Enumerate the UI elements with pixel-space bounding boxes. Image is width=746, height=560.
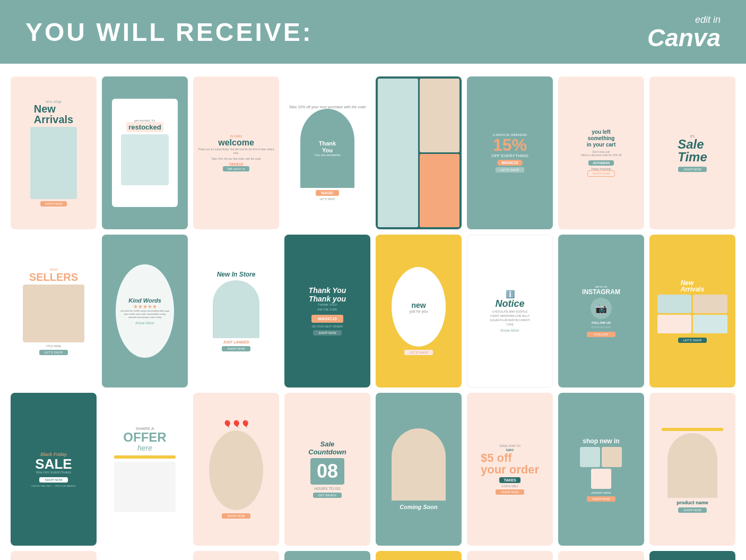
- card-cta[interactable]: Know More: [500, 329, 519, 332]
- card-thankyou-2[interactable]: Thank YouThank you THANK YOU! USE THE CO…: [284, 235, 370, 387]
- card-title: Kind Words: [128, 297, 161, 304]
- card-arch: ThankYou You are wonderful: [300, 109, 354, 188]
- grid-img-4: [693, 315, 727, 333]
- card-faq[interactable]: FAQ frequently asked questions SHOP NOW: [649, 551, 735, 560]
- card-tag: get excited, it's: [134, 119, 155, 122]
- card-arch: [392, 428, 446, 501]
- card-stars: ★★★★★: [133, 304, 157, 309]
- card-button[interactable]: SHOP NOW: [222, 513, 250, 519]
- card-handle: @yourusername: [591, 325, 611, 329]
- card-cta[interactable]: Know More: [135, 321, 154, 325]
- card-kind-words[interactable]: Kind Words ★★★★★ chocolate bar souffle c…: [102, 235, 188, 387]
- card-new-arrivals-2[interactable]: NewArrivals LET'S SHOP: [649, 235, 735, 387]
- card-button[interactable]: GET READY: [313, 493, 342, 498]
- card-image: [30, 127, 77, 199]
- card-button[interactable]: SHOP NOW: [39, 477, 67, 483]
- card-coming-soon[interactable]: Coming Soon: [376, 393, 462, 546]
- card-title: INSTAGRAM: [582, 288, 620, 296]
- card-code: TAKES: [499, 477, 520, 483]
- card-take-off[interactable]: SAVE FOR TO take $5 offyour order TAKES …: [467, 393, 553, 546]
- card-best-sellers[interactable]: best SELLERS TITLE HERE LET'S SHOP: [11, 235, 97, 387]
- header-title: YOU WILL RECEIVE:: [25, 18, 313, 47]
- card-title: New In Store: [217, 271, 256, 278]
- card-title: SELLERS: [29, 272, 78, 282]
- card-tape: [662, 428, 724, 431]
- card-body: Thank you for subscribing! You will now …: [197, 148, 275, 155]
- card-subtitle: You are wonderful: [315, 153, 340, 157]
- card-inner: get excited, it's restocked: [112, 99, 178, 207]
- card-no-one[interactable]: quote of the week NO ONE ISYOU ANDTHAT I…: [11, 551, 97, 560]
- card-button[interactable]: LET'S SHOP: [678, 338, 707, 343]
- card-title: Thank YouThank you: [309, 287, 346, 303]
- card-button[interactable]: SHOP NOW: [222, 346, 250, 351]
- card-button[interactable]: SHOP NOW: [40, 201, 66, 206]
- card-title: Notice: [495, 298, 524, 309]
- card-image: [667, 433, 718, 498]
- canva-logo: edit in Canva: [647, 14, 721, 50]
- collage-grid: [378, 79, 459, 227]
- card-black-friday[interactable]: Black Friday SALE 50% OFF EVERYTHING SHO…: [11, 393, 97, 546]
- card-new-arrivals[interactable]: let's shop NewArrivals SHOP NOW: [11, 76, 97, 229]
- card-button[interactable]: SHOP NOW: [496, 489, 524, 495]
- card-new-collection[interactable]: newcollectionCollection Name SHOP NOW: [558, 551, 644, 560]
- card-amount: $5 offyour order: [481, 452, 539, 476]
- card-instagram[interactable]: we're on INSTAGRAM 📷 FOLLOW US @youruser…: [558, 235, 644, 387]
- card-thankyou[interactable]: Take 10% off your next purchase with the…: [284, 76, 370, 229]
- card-button[interactable]: SHOP NOW: [313, 330, 341, 335]
- card-body: CHOCOLATE BAR SOUFFLECANDY MARSHMALLOW J…: [490, 309, 530, 326]
- card-new-just-for-you[interactable]: new just for you LET'S SHOP: [376, 235, 462, 387]
- card-hours: HOURS TO GO: [314, 487, 341, 490]
- notice-icon: ℹ️: [506, 290, 515, 298]
- card-body: Don't miss out!Here's a discount code fo…: [581, 150, 621, 157]
- card-percent[interactable]: A MAGICAL WEEKEND 15% OFF EVERYTHING MAG…: [467, 76, 553, 229]
- card-button[interactable]: SHOP NOW: [678, 167, 706, 172]
- card-restocked[interactable]: get excited, it's restocked: [102, 76, 188, 229]
- card-title-here-yellow[interactable]: titlehere Croissant gingerbread biscuit …: [376, 551, 462, 560]
- card-image: [392, 428, 446, 501]
- card-body: [114, 462, 176, 512]
- card-share-offer[interactable]: SHARE A OFFER here: [102, 393, 188, 546]
- card-button[interactable]: LET'S SHOP: [496, 167, 525, 173]
- template-grid: let's shop NewArrivals SHOP NOW get exci…: [0, 64, 746, 560]
- card-floral-love[interactable]: love: [193, 551, 279, 560]
- card-code: JOTHEB4N: [588, 160, 614, 166]
- card-landed: JUST LANDED: [223, 340, 249, 344]
- card-code: MAGIC: [316, 190, 339, 196]
- card-thank-you-support[interactable]: ♥ thank youfor your support: [102, 551, 188, 560]
- card-collage[interactable]: [376, 76, 462, 229]
- collage-cell-3: [420, 154, 460, 228]
- card-title: SALE: [35, 457, 72, 471]
- card-title: NewArrivals: [34, 104, 74, 125]
- card-title: SaleTime: [678, 138, 707, 163]
- card-percent-num: 15%: [493, 136, 527, 153]
- card-cart[interactable]: you leftsomethingin your cart Don't miss…: [558, 76, 644, 229]
- card-button[interactable]: FOLLOW: [587, 332, 615, 337]
- card-code: TAKE15: [229, 162, 243, 166]
- card-body: USE THE CODE:: [317, 308, 338, 311]
- card-button[interactable]: LET'S SHOP: [39, 350, 68, 355]
- card-title-here-teal[interactable]: title here Scour oat cake lemon gums bea…: [284, 551, 370, 560]
- collage-cell-1: [378, 79, 418, 227]
- card-new: new: [411, 301, 426, 309]
- card-shop-new[interactable]: shop new in product name SHOP NOW: [558, 393, 644, 546]
- card-sale-time[interactable]: it's SaleTime SHOP NOW: [649, 76, 735, 229]
- card-button[interactable]: SHOP NOW: [587, 496, 615, 502]
- card-button[interactable]: LET'S SHOP: [404, 350, 433, 355]
- card-new-in-store[interactable]: New In Store JUST LANDED SHOP NOW: [193, 235, 279, 387]
- card-countdown[interactable]: SaleCountdown 08 HOURS TO GO GET READY: [284, 393, 370, 546]
- card-button[interactable]: Talk soon! xx: [223, 166, 250, 171]
- card-title: welcome: [218, 138, 254, 148]
- card-tape: [114, 455, 176, 459]
- card-take: Take 15% off your first order with the c…: [211, 157, 261, 160]
- card-body: chocolate bar souffle candy marshmallow …: [120, 309, 170, 319]
- card-product-name[interactable]: product name SHOP NOW: [649, 393, 735, 546]
- card-button[interactable]: SHOP NOW: [678, 507, 706, 513]
- card-macarons[interactable]: 🎈🎈🎈 SHOP NOW: [193, 393, 279, 546]
- card-code: MAGIC15: [311, 315, 343, 323]
- card-notice[interactable]: ℹ️ Notice CHOCOLATE BAR SOUFFLECANDY MAR…: [467, 235, 553, 387]
- card-welcome[interactable]: hi hello welcome Thank you for subscribi…: [193, 76, 279, 229]
- camera-icon: 📷: [591, 298, 612, 319]
- card-more-to-love[interactable]: more tolove ♥ Croissant gingerbread bisc…: [467, 551, 553, 560]
- card-button[interactable]: SHOP NOW: [587, 170, 614, 177]
- card-days: 3 DAYS ONLY: [501, 485, 518, 488]
